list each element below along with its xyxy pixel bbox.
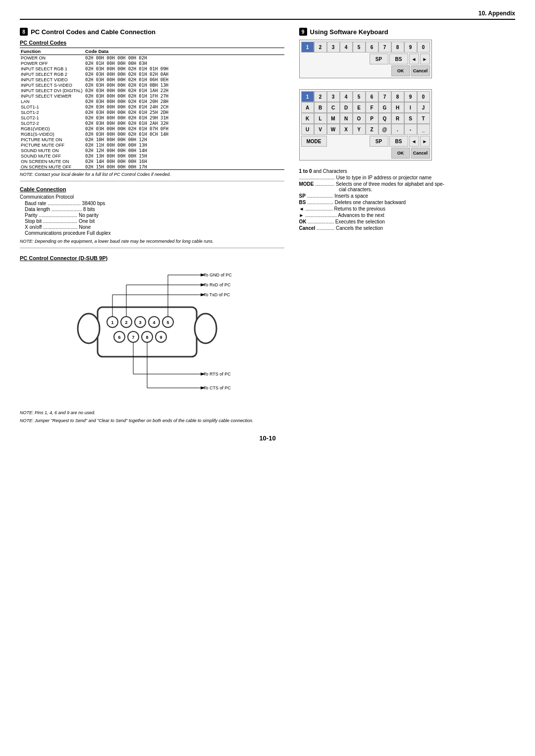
kb-key-G[interactable]: G [378, 102, 391, 113]
kb-key-a0[interactable]: 0 [417, 91, 430, 102]
kb-key-V[interactable]: V [314, 124, 327, 135]
kb-key-a3[interactable]: 3 [327, 91, 340, 102]
svg-point-1 [78, 314, 100, 343]
svg-text:3: 3 [139, 320, 141, 325]
connector-section: PC Control Connector (D-SUB 9P) 1 2 3 [20, 255, 284, 423]
col-header-code: Code Data [84, 48, 284, 55]
kb-key-next2[interactable]: ► [420, 136, 430, 147]
kb-key-T[interactable]: T [417, 113, 430, 124]
kb-key-at[interactable]: @ [378, 124, 391, 135]
kb-key-N[interactable]: N [340, 113, 353, 124]
table-row: ON SCREEN MUTE ON02H 14H 00H 00H 00H 16H [20, 159, 284, 164]
kb-key-L[interactable]: L [314, 113, 327, 124]
comm-item: Communications procedure Full duplex [25, 230, 284, 236]
legend-bs: BS ................... Deletes one chara… [299, 200, 516, 205]
svg-text:To CTS of PC: To CTS of PC [204, 385, 231, 390]
kb-key-prev2[interactable]: ◄ [409, 136, 419, 147]
kb-key-prev1[interactable]: ◄ [409, 54, 419, 64]
kb-key-A[interactable]: A [301, 102, 314, 113]
table-row: PICTURE MUTE OFF02H 11H 00H 00H 00H 13H [20, 142, 284, 148]
connector-note1: NOTE: Pins 1, 4, 6 and 9 are no used. [20, 410, 284, 415]
kb-key-B[interactable]: B [314, 102, 327, 113]
svg-text:7: 7 [132, 335, 134, 340]
kb-key-a5[interactable]: 5 [353, 91, 366, 102]
kb-key-2[interactable]: 2 [314, 42, 327, 53]
kb-key-cancel2[interactable]: Cancel [411, 148, 430, 159]
kb-key-U[interactable]: U [301, 124, 314, 135]
kb-key-bs2[interactable]: BS [389, 136, 408, 147]
kb-key-O[interactable]: O [353, 113, 366, 124]
kb-key-cancel1[interactable]: Cancel [411, 65, 430, 76]
svg-text:To TxD of PC: To TxD of PC [204, 292, 230, 297]
kb-key-9[interactable]: 9 [404, 42, 417, 53]
legend-ok: OK ................... Executes the sele… [299, 219, 516, 224]
comm-item: Stop bit ......................... One b… [25, 218, 284, 224]
left-section-title: 8 PC Control Codes and Cable Connection [20, 28, 284, 36]
kb-key-dot[interactable]: . [391, 124, 404, 135]
kb-key-a2[interactable]: 2 [314, 91, 327, 102]
kb-key-ok1[interactable]: OK [391, 65, 410, 76]
kb-key-X[interactable]: X [340, 124, 353, 135]
kb-key-bs1[interactable]: BS [389, 54, 408, 64]
svg-text:To GND of PC: To GND of PC [204, 272, 232, 277]
kb-key-K[interactable]: K [301, 113, 314, 124]
kb-key-E[interactable]: E [353, 102, 366, 113]
kb-key-a6[interactable]: 6 [366, 91, 378, 102]
kb-key-underscore[interactable]: _ [417, 124, 430, 135]
kb-key-W[interactable]: W [327, 124, 340, 135]
comm-protocol-title: Communication Protocol [20, 194, 284, 200]
kb-key-dash[interactable]: - [404, 124, 417, 135]
svg-text:5: 5 [166, 320, 169, 325]
comm-list: Baud rate ........................ 38400… [25, 201, 284, 236]
kb-key-next1[interactable]: ► [420, 54, 430, 64]
kb-key-4[interactable]: 4 [340, 42, 353, 53]
kb-key-ok2[interactable]: OK [391, 148, 410, 159]
svg-text:1: 1 [111, 320, 113, 325]
kb-key-C[interactable]: C [327, 102, 340, 113]
kb-key-a7[interactable]: 7 [378, 91, 391, 102]
kb-key-1[interactable]: 1 [301, 42, 314, 53]
legend-cancel: Cancel ............. Cancels the selecti… [299, 225, 516, 231]
svg-text:8: 8 [146, 335, 148, 340]
table-row: INPUT SELECT S-VIDEO02H 03H 00H 00H 02H … [20, 82, 284, 88]
kb-key-mode[interactable]: MODE [301, 136, 327, 147]
kb-key-a9[interactable]: 9 [404, 91, 417, 102]
table-row: SLOT2-102H 03H 00H 00H 02H 01H 29H 31H [20, 115, 284, 120]
connector-diagram: 1 2 3 4 5 6 7 8 9 [48, 265, 256, 409]
kb-key-F[interactable]: F [366, 102, 378, 113]
kb-key-a4[interactable]: 4 [340, 91, 353, 102]
section-num-9: 9 [299, 28, 307, 36]
kb-key-sp1[interactable]: SP [370, 54, 388, 64]
page-number: 10-10 [20, 434, 515, 442]
kb-key-a1[interactable]: 1 [301, 91, 314, 102]
kb-key-M[interactable]: M [327, 113, 340, 124]
kb-key-8[interactable]: 8 [391, 42, 404, 53]
keyboard-numeric: 1 2 3 4 5 6 7 8 9 0 SP BS ◄ ► OK Cancel [299, 40, 432, 78]
kb-alpha-num-row: 1 2 3 4 5 6 7 8 9 0 [301, 91, 430, 102]
kb-row-abcdefghij: A B C D E F G H I J [301, 102, 430, 113]
kb-key-7[interactable]: 7 [378, 42, 391, 53]
kb-key-Y[interactable]: Y [353, 124, 366, 135]
kb-key-sp2[interactable]: SP [370, 136, 388, 147]
kb-key-S[interactable]: S [404, 113, 417, 124]
kb-key-P[interactable]: P [366, 113, 378, 124]
kb-key-J[interactable]: J [417, 102, 430, 113]
kb-key-D[interactable]: D [340, 102, 353, 113]
kb-key-R[interactable]: R [391, 113, 404, 124]
left-column: 8 PC Control Codes and Cable Connection … [20, 28, 284, 425]
kb-key-Q[interactable]: Q [378, 113, 391, 124]
table-row: INPUT SELECT DVI (DIGITAL)02H 03H 00H 00… [20, 88, 284, 93]
table-row: INPUT SELECT VIDEO02H 03H 00H 00H 02H 01… [20, 77, 284, 82]
table-row: POWER ON02H 00H 00H 00H 00H 02H [20, 55, 284, 61]
kb-key-0[interactable]: 0 [417, 42, 430, 53]
kb-key-Z[interactable]: Z [366, 124, 378, 135]
table-row: SLOT1-202H 03H 00H 00H 02H 01H 25H 2DH [20, 109, 284, 115]
cable-connection: Cable Connection Communication Protocol … [20, 186, 284, 244]
kb-key-3[interactable]: 3 [327, 42, 340, 53]
kb-key-H[interactable]: H [391, 102, 404, 113]
comm-item: Parity ............................ No p… [25, 213, 284, 218]
kb-key-a8[interactable]: 8 [391, 91, 404, 102]
kb-key-5[interactable]: 5 [353, 42, 366, 53]
kb-key-6[interactable]: 6 [366, 42, 378, 53]
kb-key-I[interactable]: I [404, 102, 417, 113]
